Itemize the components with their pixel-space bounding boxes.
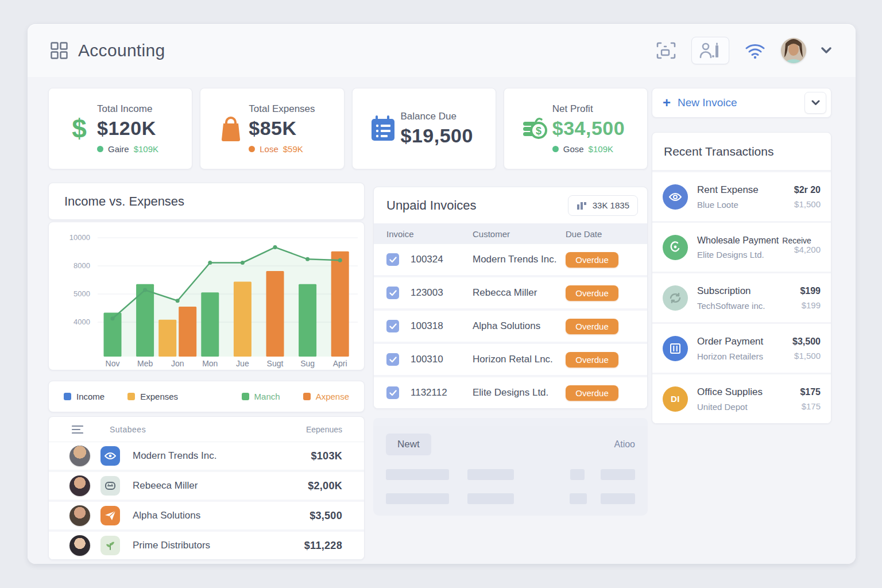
stat-value: $120K (97, 117, 158, 140)
transaction-amount: $3,500 (792, 336, 821, 347)
wifi-icon (744, 42, 766, 59)
svg-text:Meb: Meb (137, 359, 153, 368)
stat-card-balance-due: Balance Due $19,500 (352, 88, 496, 169)
invoices-toolbar-button[interactable]: 33K 1835 (568, 195, 638, 216)
legend-item-axpense[interactable]: Axpense (303, 392, 349, 401)
newt-button[interactable]: Newt (386, 434, 431, 455)
status-dot (249, 146, 255, 152)
svg-text:$: $ (536, 125, 541, 137)
transaction-subtitle: Horizon Retailers (697, 351, 792, 361)
invoice-checkbox[interactable] (386, 386, 399, 399)
plus-icon[interactable]: + (663, 96, 671, 110)
status-dot (552, 146, 559, 152)
table-row[interactable]: Modern Trends Inc. $103K (49, 442, 364, 472)
column-header-due-date: Due Date (566, 229, 635, 239)
customer-name: Alpha Solutions (133, 510, 200, 521)
window-grid-icon (663, 336, 688, 361)
toolbar-button-label: 33K 1835 (593, 200, 629, 210)
user-avatar[interactable] (781, 38, 806, 63)
unpaid-invoices-panel: Unpaid Invoices 33K 1835 Invoice Custome… (373, 187, 648, 409)
transaction-subtitle: Elite Designs Ltd. (697, 250, 794, 260)
legend-item-expenses[interactable]: Expenses (127, 392, 178, 401)
transaction-row[interactable]: Subscription TechSoftware inc. $199 $199 (652, 272, 831, 322)
invoice-checkbox[interactable] (386, 320, 399, 332)
transaction-row[interactable]: Order Payment Horizon Retailers $3,500 $… (652, 322, 831, 373)
bar-chart-icon (577, 201, 587, 210)
stat-sub-label: Gaire (108, 144, 129, 154)
legend-swatch (64, 393, 71, 400)
atioo-link[interactable]: Atioo (614, 439, 635, 450)
new-invoice-button[interactable]: New Invoice (678, 96, 737, 109)
transaction-amount-secondary: $1,500 (794, 199, 821, 209)
dashboard-grid-icon[interactable] (51, 42, 68, 59)
refresh-icon (663, 285, 688, 311)
eye-icon (100, 446, 120, 466)
svg-text:Mon: Mon (202, 359, 218, 368)
legend-label: Manch (254, 392, 280, 401)
avatar (69, 475, 90, 496)
content-area: $ Total Income $120K Gaire $109K (28, 77, 856, 564)
invoice-row[interactable]: 123003 Rebecca Miller Overdue (374, 277, 647, 308)
table-row[interactable]: Alpha Solutions $3,500 (49, 502, 364, 532)
legend-swatch (127, 393, 135, 400)
svg-text:Sug: Sug (300, 359, 315, 368)
new-invoice-dropdown-button[interactable] (804, 92, 826, 114)
stat-label: Total Expenses (249, 103, 315, 115)
column-header-invoice: Invoice (386, 229, 473, 239)
wifi-button[interactable] (744, 42, 766, 59)
transaction-amount-secondary: $199 (800, 300, 821, 310)
status-badge: Overdue (566, 252, 618, 268)
chevron-down-icon (811, 100, 820, 106)
table-row[interactable]: Prime Distributors $11,228 (49, 532, 364, 560)
transaction-row[interactable]: Rent Expense Blue Loote $2r 20 $1,500 (652, 171, 831, 221)
transaction-subtitle: Blue Loote (697, 200, 794, 210)
invoice-checkbox[interactable] (386, 287, 399, 299)
svg-text:Sugt: Sugt (267, 359, 284, 368)
invoice-id: 1132112 (411, 387, 447, 399)
legend-item-income[interactable]: Income (64, 392, 105, 401)
svg-text:8000: 8000 (74, 261, 90, 270)
status-badge: Overdue (566, 385, 618, 401)
dollar-icon: $ (61, 113, 97, 144)
transaction-subtitle: TechSoftware inc. (697, 301, 800, 311)
transaction-amount-secondary: $1,500 (792, 351, 821, 361)
skeleton-bar (467, 493, 514, 504)
stat-card-total-expenses: Total Expenses $85K Lose $59K (200, 88, 344, 169)
invoice-checkbox[interactable] (386, 353, 399, 366)
icon-initials: DI (671, 394, 680, 404)
app-window: Accounting (28, 24, 856, 564)
table-row[interactable]: Rebeeca Miller $2,00K (49, 472, 364, 502)
transaction-row[interactable]: Wholesale Payment Receive Elite Designs … (652, 221, 831, 272)
calendar-icon (365, 114, 401, 143)
avatar (69, 505, 90, 526)
legend-swatch (242, 393, 249, 400)
invoice-customer: Horizon Retal Lnc. (473, 354, 566, 365)
stat-value: $19,500 (401, 125, 473, 147)
customer-revenue: $103K (311, 450, 342, 462)
invoice-row[interactable]: 100310 Horizon Retal Lnc. Overdue (374, 344, 647, 375)
invoice-row[interactable]: 100324 Modern Trends Inc. Overdue (374, 244, 647, 275)
stat-sub-label: Gose (563, 144, 584, 154)
contacts-report-button[interactable] (691, 37, 729, 64)
customers-table: Sutabees Eepenues Modern Trends Inc. $10… (48, 416, 365, 560)
customer-name: Modern Trends Inc. (133, 450, 216, 462)
invoice-checkbox[interactable] (386, 253, 399, 266)
scan-button[interactable] (656, 41, 676, 60)
invoice-row[interactable]: 100318 Alpha Solutions Overdue (374, 311, 647, 342)
avatar (69, 535, 90, 556)
legend-label: Axpense (316, 392, 349, 401)
recent-transactions-title: Recent Transactions (664, 145, 773, 158)
invoice-customer: Rebecca Miller (473, 287, 566, 299)
menu-icon[interactable] (72, 425, 83, 434)
invoice-customer: Modern Trends Inc. (473, 254, 566, 265)
transaction-subtitle: United Depot (697, 402, 800, 412)
customer-name: Rebeeca Miller (133, 480, 198, 492)
legend-item-manch[interactable]: Manch (242, 392, 280, 401)
invoice-row[interactable]: 1132112 Elite Designs Ltd. Overdue (374, 377, 647, 408)
invoices-title: Unpaid Invoices (386, 198, 477, 213)
status-badge: Overdue (566, 285, 618, 301)
transaction-row[interactable]: DI Office Supplies United Depot $175 $17… (652, 373, 831, 423)
stat-label: Balance Due (401, 111, 473, 122)
user-menu-chevron[interactable] (821, 47, 831, 54)
collapsed-panel-strip (373, 418, 648, 425)
